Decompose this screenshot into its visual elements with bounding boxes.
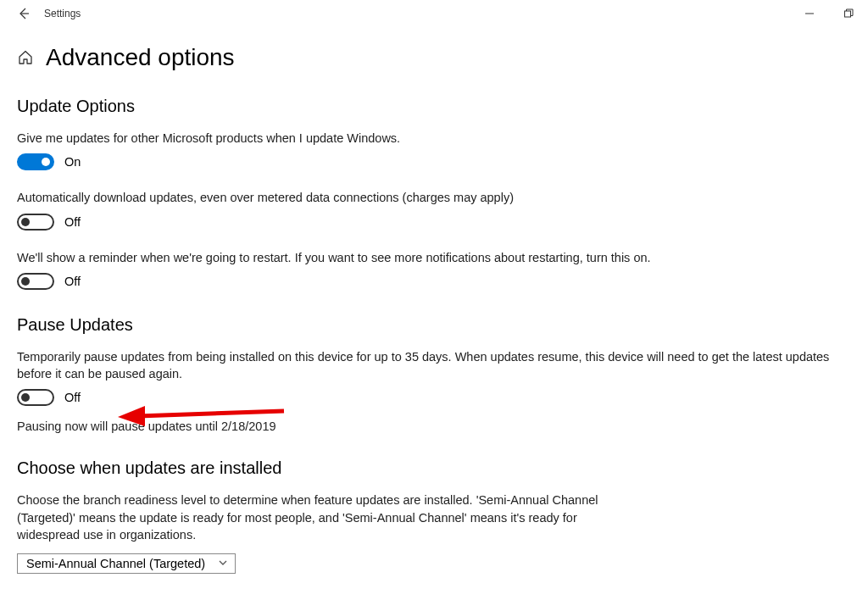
back-button[interactable] xyxy=(7,7,41,20)
home-icon[interactable] xyxy=(17,49,34,66)
minimize-icon xyxy=(804,8,815,19)
pause-updates-note: Pausing now will pause updates until 2/1… xyxy=(17,419,851,433)
choose-when-section: Choose when updates are installed Choose… xyxy=(17,458,851,574)
pause-updates-section: Pause Updates Temporarily pause updates … xyxy=(17,315,851,434)
update-options-heading: Update Options xyxy=(17,97,851,116)
back-arrow-icon xyxy=(17,7,31,20)
maximize-button[interactable] xyxy=(829,0,868,27)
svg-rect-1 xyxy=(845,11,851,17)
pause-updates-state: Off xyxy=(64,391,81,404)
chevron-down-icon xyxy=(218,557,228,570)
choose-when-heading: Choose when updates are installed xyxy=(17,458,851,478)
give-updates-text: Give me updates for other Microsoft prod… xyxy=(17,130,851,147)
auto-download-text: Automatically download updates, even ove… xyxy=(17,189,851,206)
titlebar: Settings xyxy=(0,0,868,27)
branch-readiness-dropdown[interactable]: Semi-Annual Channel (Targeted) xyxy=(17,553,236,574)
minimize-button[interactable] xyxy=(790,0,829,27)
give-updates-toggle-row: On xyxy=(17,153,851,170)
give-updates-toggle[interactable] xyxy=(17,153,54,170)
content: Update Options Give me updates for other… xyxy=(0,80,868,574)
restart-reminder-text: We'll show a reminder when we're going t… xyxy=(17,249,851,266)
pause-updates-toggle-row: Off xyxy=(17,389,851,406)
window-title: Settings xyxy=(44,8,81,19)
auto-download-state: Off xyxy=(64,215,81,229)
maximize-icon xyxy=(843,8,854,19)
choose-when-description: Choose the branch readiness level to det… xyxy=(17,492,627,543)
pause-updates-toggle[interactable] xyxy=(17,389,54,406)
update-options-section: Update Options Give me updates for other… xyxy=(17,97,851,290)
page-title: Advanced options xyxy=(46,44,235,71)
branch-readiness-selected: Semi-Annual Channel (Targeted) xyxy=(26,557,205,570)
auto-download-toggle[interactable] xyxy=(17,214,54,231)
restart-reminder-toggle[interactable] xyxy=(17,273,54,290)
pause-updates-heading: Pause Updates xyxy=(17,315,851,335)
give-updates-state: On xyxy=(64,155,81,169)
pause-updates-description: Temporarily pause updates from being ins… xyxy=(17,348,851,383)
restart-reminder-state: Off xyxy=(64,275,81,288)
page-header: Advanced options xyxy=(0,27,868,80)
auto-download-toggle-row: Off xyxy=(17,214,851,231)
window-controls xyxy=(790,0,868,27)
restart-reminder-toggle-row: Off xyxy=(17,273,851,290)
